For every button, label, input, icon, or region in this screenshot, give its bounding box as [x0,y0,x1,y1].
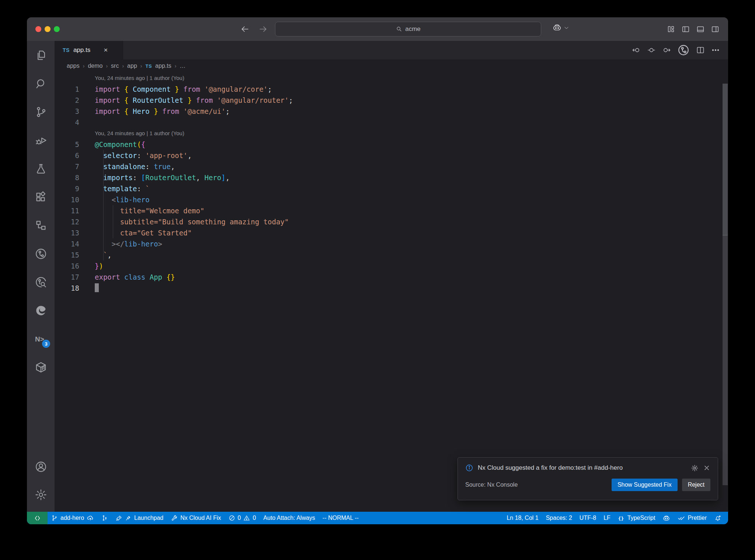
activity-item-hierarchy[interactable] [27,211,55,239]
breadcrumb[interactable]: apps›demo›src›app›TSapp.ts›… [55,59,728,73]
activity-item-source-control[interactable] [27,98,55,126]
code-line-17: 17export class App {} [55,272,728,283]
status-eol[interactable]: LF [600,512,614,524]
zoom-window-button[interactable] [54,26,60,32]
breadcrumb-item[interactable]: demo [88,63,102,69]
tab-strip: TS app.ts × [55,41,728,59]
git-search-icon [35,276,47,288]
status-formatter[interactable]: Prettier [674,512,710,524]
notification-message: Nx Cloud suggested a fix for demo:test i… [478,464,623,472]
status-language-mode[interactable]: {}TypeScript [614,512,659,524]
breadcrumb-separator: › [140,63,142,69]
command-center-search[interactable]: acme [275,22,541,36]
code-line-14: 14 ></lib-hero> [55,238,728,249]
tab-app-ts[interactable]: TS app.ts × [55,41,123,59]
notification-close-icon[interactable] [703,464,710,472]
layout-controls [667,17,719,41]
breadcrumb-overflow[interactable]: … [180,63,185,69]
traffic-lights [35,26,60,32]
code-line-6: 6 selector: 'app-root', [55,150,728,161]
breadcrumb-separator: › [175,63,177,69]
status-copilot-status[interactable] [659,512,674,524]
activity-item-edge-browser[interactable] [27,296,55,325]
code-text: @Component({ [95,139,145,150]
activity-item-extensions[interactable] [27,183,55,211]
line-number: 16 [55,260,95,272]
breadcrumb-item[interactable]: app [127,63,137,69]
remote-icon [34,515,41,522]
breadcrumb-item[interactable]: apps [67,63,80,69]
activity-item-gitlens[interactable] [27,239,55,268]
activity-item-containers[interactable] [27,353,55,381]
nav-forward-circle-icon[interactable] [662,46,671,55]
show-suggested-fix-button[interactable]: Show Suggested Fix [612,479,678,491]
toggle-primary-sidebar-icon[interactable] [682,25,690,33]
code-text: standalone: true, [95,161,175,172]
activity-item-accounts[interactable] [27,453,55,481]
code-editor[interactable]: You, 24 minutes ago | 1 author (You)1imp… [55,73,728,512]
activity-item-testing[interactable] [27,154,55,183]
gear-icon [35,489,47,501]
close-tab-icon[interactable]: × [104,46,108,54]
close-window-button[interactable] [35,26,41,32]
code-text: selector: 'app-root', [95,150,192,161]
activity-item-git-search[interactable] [27,268,55,296]
status-nx-cloud-ai-fix[interactable]: Nx Cloud AI Fix [167,512,225,524]
toggle-secondary-sidebar-icon[interactable] [711,25,719,33]
line-number: 11 [55,205,95,216]
activity-item-run-debug[interactable] [27,126,55,154]
activity-item-explorer[interactable] [27,41,55,69]
notification-settings-icon[interactable] [691,464,699,472]
graph-icon [101,515,108,521]
status-label: LF [603,515,610,521]
search-big-icon [35,77,47,90]
status-bar-right: Ln 18, Col 1Spaces: 2UTF-8LF{}TypeScript… [503,512,728,524]
customize-layout-icon[interactable] [667,25,675,33]
code-line-4: 4 [55,117,728,128]
copilot-menu[interactable] [552,23,569,32]
nav-back-circle-icon[interactable] [632,46,641,55]
error-circle-icon [229,515,235,521]
status-vim-mode[interactable]: -- NORMAL -- [319,512,362,524]
minimize-window-button[interactable] [45,26,51,32]
status-cursor-position[interactable]: Ln 18, Col 1 [503,512,542,524]
line-number: 4 [55,117,95,128]
status-problems[interactable]: 00 [225,512,260,524]
go-forward-icon[interactable] [258,24,268,34]
title-bar: acme [27,17,728,41]
code-line-2: 2import { RouterOutlet } from '@angular/… [55,95,728,106]
line-number: 18 [55,283,95,294]
split-editor-icon[interactable] [696,46,705,55]
activity-item-nx-console[interactable]: N>3 [27,325,55,353]
vscode-window: acme N>3 TS app.ts × [27,17,728,524]
breadcrumb-item[interactable]: src [111,63,119,69]
toggle-panel-icon[interactable] [696,25,704,33]
code-text: }) [95,260,103,272]
nav-circle-icon[interactable] [647,46,656,55]
reject-button[interactable]: Reject [682,479,710,491]
code-line-9: 9 template: ` [55,183,728,194]
status-notifications-bell[interactable] [710,512,725,524]
account-icon [35,461,47,473]
main-area: N>3 TS app.ts × apps›demo›src›app›TSapp.… [27,41,728,512]
activity-item-settings[interactable] [27,481,55,509]
status-indentation[interactable]: Spaces: 2 [542,512,576,524]
status-encoding[interactable]: UTF-8 [576,512,600,524]
go-back-icon[interactable] [240,24,250,34]
code-text: import { Hero } from '@acme/ui'; [95,106,230,117]
breadcrumb-file[interactable]: app.ts [155,63,171,69]
rocket-icon [115,515,122,522]
status-auto-attach[interactable]: Auto Attach: Always [260,512,319,524]
more-dots-icon[interactable] [711,46,720,55]
status-launchpad[interactable]: Launchpad [112,512,167,524]
status-commit-graph[interactable] [98,512,112,524]
status-git-branch[interactable]: add-hero [48,512,98,524]
editor-scrollbar[interactable] [722,73,728,512]
code-text [95,283,99,294]
line-number: 14 [55,238,95,249]
status-remote-indicator[interactable] [27,512,48,524]
gitlens-icon[interactable] [677,44,690,56]
editor-actions [632,41,720,59]
activity-item-search[interactable] [27,69,55,98]
typescript-file-icon: TS [145,63,152,69]
